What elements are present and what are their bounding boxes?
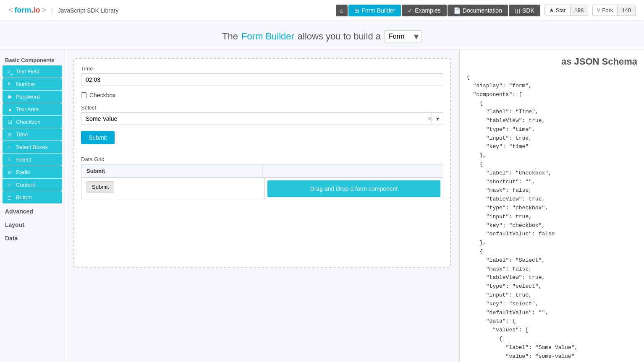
sidebar-item-label-password: Password	[16, 94, 40, 100]
select-clear-icon[interactable]: ×	[428, 115, 432, 122]
sidebar-item-password[interactable]: ✱ Password	[3, 91, 62, 103]
data-grid-col-submit: Submit	[81, 164, 262, 177]
data-grid-drop-zone[interactable]: Drag and Drop a form component	[267, 180, 440, 197]
number-icon: #	[8, 81, 13, 87]
advanced-category[interactable]: Advanced	[0, 204, 65, 217]
star-button[interactable]: ★ Star	[545, 5, 570, 16]
github-fork-group: ⑂ Fork 140	[592, 5, 636, 16]
sidebar-item-content[interactable]: ≡ Content	[3, 179, 62, 191]
fork-button[interactable]: ⑂ Fork	[593, 5, 617, 16]
intro-suffix: allows you to build a	[298, 31, 381, 42]
logo: < form.io > | JavaScript SDK Library	[8, 6, 118, 15]
form-builder-icon: ⊞	[354, 7, 359, 14]
submit-group: Submit	[81, 131, 443, 150]
time-input[interactable]	[81, 73, 443, 86]
data-grid-td-drop: Drag and Drop a form component	[265, 178, 443, 200]
sidebar: Basic Components >_ Text Field # Number …	[0, 49, 65, 362]
logo-form: form	[15, 6, 31, 14]
main-row: Basic Components >_ Text Field # Number …	[0, 49, 644, 362]
sdk-nav-button[interactable]: ◫ SDK	[509, 5, 540, 16]
sidebar-item-button[interactable]: ◻ Button	[3, 191, 62, 203]
content-icon: ≡	[8, 182, 13, 188]
form-type-select[interactable]: Form Wizard PDF	[384, 30, 422, 42]
sidebar-item-label-select: Select	[16, 156, 31, 163]
star-label: Star	[556, 7, 566, 13]
intro-prefix: The	[222, 31, 238, 42]
form-builder-nav-button[interactable]: ⊞ Form Builder	[348, 5, 401, 16]
data-grid-submit-button[interactable]: Submit	[86, 181, 114, 193]
logo-subtitle: JavaScript SDK Library	[58, 7, 119, 14]
select-boxes-icon: +	[8, 144, 13, 150]
main-nav: ⌂ ⊞ Form Builder ✓ Examples 📄 Documentat…	[336, 5, 636, 16]
sidebar-item-number[interactable]: # Number	[3, 78, 62, 90]
select-label: Select	[81, 104, 443, 111]
data-grid-header: Submit	[81, 164, 443, 178]
home-button[interactable]: ⌂	[336, 5, 348, 16]
form-type-selector-wrapper: Form Wizard PDF ▾	[384, 30, 422, 42]
select-group: Select × ▾	[81, 104, 443, 125]
star-count: 198	[570, 5, 588, 16]
documentation-label: Documentation	[463, 7, 502, 14]
data-grid-td-submit: Submit	[81, 178, 265, 200]
text-area-icon: ▲	[8, 107, 13, 112]
json-schema-code: { "display": "form", "components": [ { "…	[466, 73, 637, 362]
logo-io: io	[34, 6, 40, 14]
radio-icon: ⊙	[8, 169, 13, 175]
sidebar-item-label-number: Number	[16, 81, 35, 87]
examples-nav-button[interactable]: ✓ Examples	[402, 5, 446, 16]
sidebar-item-time[interactable]: ⊙ Time	[3, 128, 62, 141]
sidebar-item-label-checkbox: Checkbox	[16, 119, 40, 125]
select-wrapper: × ▾	[81, 112, 443, 125]
intro-highlight: Form Builder	[241, 31, 294, 42]
data-grid-label: Data Grid	[81, 156, 443, 162]
github-icon: ★	[549, 7, 554, 13]
intro-text: The Form Builder allows you to build a F…	[0, 30, 644, 42]
password-icon: ✱	[8, 94, 13, 100]
data-grid: Submit Submit Drag and Drop a form compo…	[81, 164, 443, 200]
sidebar-item-select-boxes[interactable]: + Select Boxes	[3, 141, 62, 153]
checkbox-input[interactable]	[81, 92, 87, 98]
checkbox-group: Checkbox	[81, 92, 443, 99]
fork-count: 140	[617, 5, 635, 16]
fork-label: Fork	[602, 7, 613, 13]
logo-bracket-close: >	[42, 6, 47, 15]
sidebar-item-label-radio: Radio	[16, 169, 30, 175]
builder-area: Time Checkbox Select × ▾	[65, 49, 459, 362]
layout-category[interactable]: Layout	[0, 217, 65, 231]
sidebar-item-text-area[interactable]: ▲ Text Area	[3, 103, 62, 115]
fork-icon: ⑂	[597, 7, 600, 13]
sidebar-item-select[interactable]: ≡ Select	[3, 154, 62, 166]
json-schema-title: as JSON Schema	[466, 56, 637, 67]
documentation-icon: 📄	[453, 7, 461, 14]
sidebar-item-checkbox[interactable]: ☑ Checkbox	[3, 116, 62, 128]
sidebar-item-label-text-field: Text Field	[16, 68, 39, 75]
logo-bracket-open: <	[8, 6, 13, 15]
text-field-icon: >_	[8, 69, 13, 75]
checkbox-icon: ☑	[8, 119, 13, 125]
time-icon: ⊙	[8, 132, 13, 138]
time-label: Time	[81, 65, 443, 72]
select-icon: ≡	[8, 157, 13, 163]
sidebar-item-label-text-area: Text Area	[16, 106, 39, 112]
logo-text: form.io	[15, 6, 40, 15]
intro-bar: The Form Builder allows you to build a F…	[0, 21, 644, 49]
button-icon: ◻	[8, 195, 13, 201]
examples-icon: ✓	[408, 7, 413, 14]
sidebar-item-label-content: Content	[16, 182, 35, 188]
logo-separator: |	[51, 7, 53, 14]
header: < form.io > | JavaScript SDK Library ⌂ ⊞…	[0, 0, 644, 21]
sidebar-item-text-field[interactable]: >_ Text Field	[3, 65, 62, 78]
select-arrow-icon[interactable]: ▾	[432, 112, 443, 125]
sdk-icon: ◫	[515, 7, 520, 14]
basic-components-title: Basic Components	[0, 54, 65, 65]
page-wrapper: The Form Builder allows you to build a F…	[0, 21, 644, 362]
sidebar-item-radio[interactable]: ⊙ Radio	[3, 166, 62, 178]
form-canvas: Time Checkbox Select × ▾	[73, 58, 451, 268]
data-category[interactable]: Data	[0, 231, 65, 244]
submit-button[interactable]: Submit	[81, 131, 115, 144]
sidebar-item-label-time: Time	[16, 131, 28, 138]
documentation-nav-button[interactable]: 📄 Documentation	[448, 5, 508, 16]
json-schema-panel: as JSON Schema { "display": "form", "com…	[459, 49, 644, 362]
examples-label: Examples	[415, 7, 440, 14]
select-input[interactable]	[81, 112, 443, 125]
